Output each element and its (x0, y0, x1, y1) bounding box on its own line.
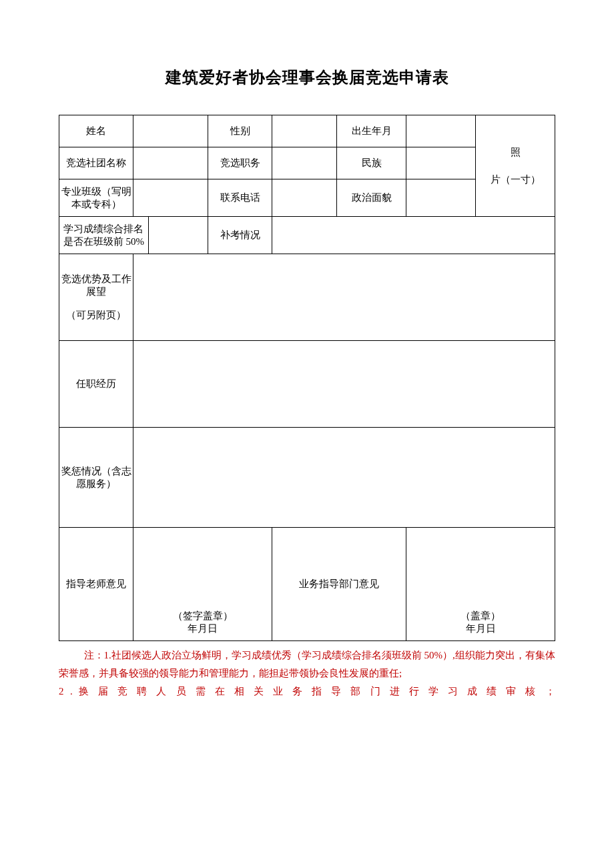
field-political[interactable] (406, 179, 476, 217)
label-reward: 奖惩情况（含志愿服务） (59, 428, 133, 528)
date-label-2: 年月日 (408, 622, 553, 635)
field-rank[interactable] (148, 217, 208, 254)
photo-slot[interactable]: 照 片（一寸） (476, 115, 555, 217)
notes-line2: 2 . 换 届 竞 聘 人 员 需 在 相 关 业 务 指 导 部 门 进 行 … (59, 683, 555, 701)
label-birth: 出生年月 (337, 115, 406, 147)
field-reward[interactable] (133, 428, 555, 528)
label-ethnic: 民族 (337, 147, 406, 179)
page-title: 建筑爱好者协会理事会换届竞选申请表 (59, 67, 555, 88)
label-phone: 联系电话 (208, 179, 272, 217)
label-name: 姓名 (59, 115, 133, 147)
label-teacher-opinion: 指导老师意见 (59, 528, 133, 641)
label-political: 政治面貌 (337, 179, 406, 217)
field-name[interactable] (133, 115, 208, 147)
notes-line1: 注：1.社团候选人政治立场鲜明，学习成绩优秀（学习成绩综合排名须班级前 50%）… (59, 646, 555, 683)
advantage-line1: 竞选优势及工作展望 (61, 273, 131, 298)
field-advantage[interactable] (133, 254, 555, 341)
field-teacher-opinion[interactable]: （签字盖章） 年月日 (133, 528, 272, 641)
label-retake: 补考情况 (208, 217, 272, 254)
field-ethnic[interactable] (406, 147, 476, 179)
date-label-1: 年月日 (135, 622, 270, 635)
application-form-table: 姓名 性别 出生年月 照 片（一寸） 竞选社团名称 竞选职务 民族 专业班级（写… (59, 115, 555, 641)
sign-stamp-label: （签字盖章） (135, 610, 270, 622)
label-gender: 性别 (208, 115, 272, 147)
notes-section: 注：1.社团候选人政治立场鲜明，学习成绩优秀（学习成绩综合排名须班级前 50%）… (59, 646, 555, 701)
field-class[interactable] (133, 179, 208, 217)
field-phone[interactable] (272, 179, 337, 217)
field-club[interactable] (133, 147, 208, 179)
label-class: 专业班级（写明本或专科） (59, 179, 133, 217)
stamp-label: （盖章） (408, 610, 553, 622)
advantage-line2: （可另附页） (61, 309, 131, 322)
field-dept-opinion[interactable]: （盖章） 年月日 (406, 528, 555, 641)
photo-label-line1: 照 (477, 146, 553, 159)
label-dept-opinion: 业务指导部门意见 (272, 528, 406, 641)
label-club: 竞选社团名称 (59, 147, 133, 179)
photo-label-line2: 片（一寸） (477, 173, 553, 186)
label-position: 竞选职务 (208, 147, 272, 179)
label-rank: 学习成绩综合排名是否在班级前 50% (59, 217, 149, 254)
label-advantage: 竞选优势及工作展望 （可另附页） (59, 254, 133, 341)
field-position[interactable] (272, 147, 337, 179)
field-experience[interactable] (133, 341, 555, 428)
field-gender[interactable] (272, 115, 337, 147)
field-birth[interactable] (406, 115, 476, 147)
field-retake[interactable] (272, 217, 555, 254)
label-experience: 任职经历 (59, 341, 133, 428)
